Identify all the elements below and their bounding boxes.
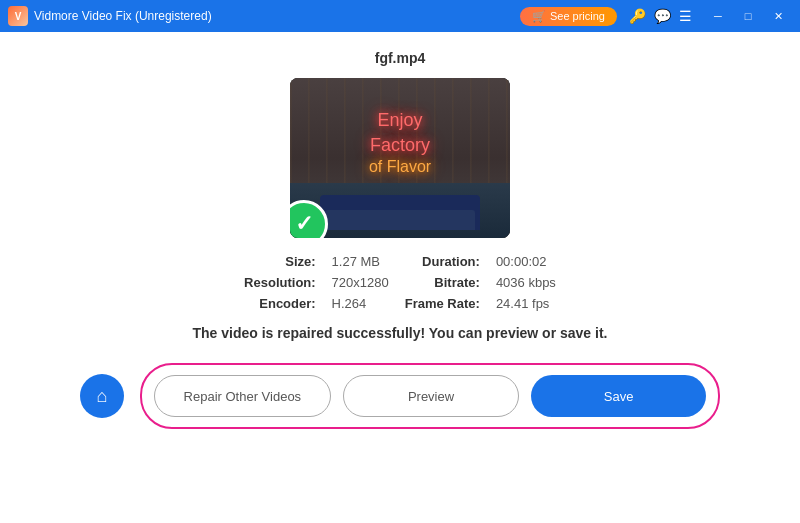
- bitrate-label: Bitrate:: [405, 275, 480, 290]
- sofa-cushion: [325, 210, 475, 230]
- video-info-grid: Size: 1.27 MB Duration: 00:00:02 Resolut…: [244, 254, 556, 311]
- neon-text-3: of Flavor: [310, 158, 490, 176]
- duration-value: 00:00:02: [496, 254, 556, 269]
- filename: fgf.mp4: [375, 50, 426, 66]
- framerate-label: Frame Rate:: [405, 296, 480, 311]
- maximize-button[interactable]: □: [734, 6, 762, 26]
- neon-sign: Enjoy Factory of Flavor: [310, 108, 490, 176]
- bitrate-value: 4036 kbps: [496, 275, 556, 290]
- window-controls: ─ □ ✕: [704, 6, 792, 26]
- home-button[interactable]: ⌂: [80, 374, 124, 418]
- titlebar-right: 🛒 See pricing 🔑 💬 ☰ ─ □ ✕: [520, 6, 792, 26]
- success-message: The video is repaired successfully! You …: [193, 325, 608, 341]
- pricing-button[interactable]: 🛒 See pricing: [520, 7, 617, 26]
- cart-icon: 🛒: [532, 10, 546, 23]
- menu-icon[interactable]: ☰: [679, 8, 692, 24]
- key-icon[interactable]: 🔑: [629, 8, 646, 24]
- titlebar-icons: 🔑 💬 ☰: [629, 8, 692, 24]
- size-label: Size:: [244, 254, 316, 269]
- close-button[interactable]: ✕: [764, 6, 792, 26]
- titlebar: V Vidmore Video Fix (Unregistered) 🛒 See…: [0, 0, 800, 32]
- main-content: fgf.mp4 Enjoy Factory of Flavor ✓ Size: …: [0, 32, 800, 523]
- pricing-label: See pricing: [550, 10, 605, 22]
- preview-button[interactable]: Preview: [343, 375, 520, 417]
- encoder-label: Encoder:: [244, 296, 316, 311]
- bottom-action-area: ⌂ Repair Other Videos Preview Save: [0, 363, 800, 429]
- neon-text-2: Factory: [310, 133, 490, 158]
- minimize-button[interactable]: ─: [704, 6, 732, 26]
- framerate-value: 24.41 fps: [496, 296, 556, 311]
- app-title: Vidmore Video Fix (Unregistered): [34, 9, 212, 23]
- chat-icon[interactable]: 💬: [654, 8, 671, 24]
- size-value: 1.27 MB: [332, 254, 389, 269]
- repair-other-videos-button[interactable]: Repair Other Videos: [154, 375, 331, 417]
- save-button[interactable]: Save: [531, 375, 706, 417]
- duration-label: Duration:: [405, 254, 480, 269]
- video-thumbnail: Enjoy Factory of Flavor ✓: [290, 78, 510, 238]
- resolution-value: 720x1280: [332, 275, 389, 290]
- neon-text-1: Enjoy: [310, 108, 490, 133]
- encoder-value: H.264: [332, 296, 389, 311]
- titlebar-left: V Vidmore Video Fix (Unregistered): [8, 6, 212, 26]
- resolution-label: Resolution:: [244, 275, 316, 290]
- action-buttons-box: Repair Other Videos Preview Save: [140, 363, 720, 429]
- app-logo: V: [8, 6, 28, 26]
- sofa: [320, 195, 480, 230]
